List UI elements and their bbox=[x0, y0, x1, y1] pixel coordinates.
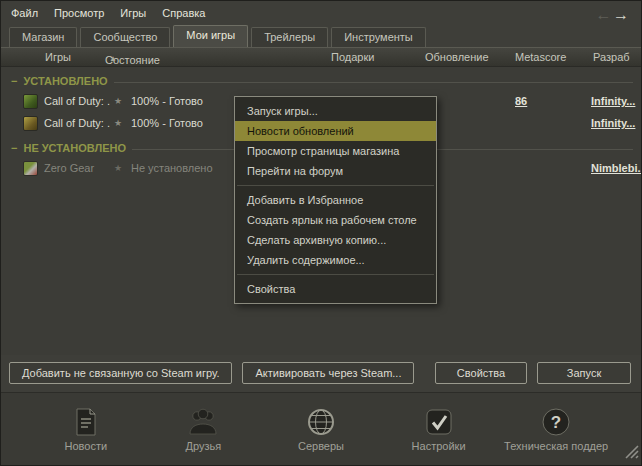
ctx-update-news[interactable]: Новости обновлений bbox=[235, 121, 436, 141]
column-metascore[interactable]: Metascore bbox=[515, 51, 566, 63]
action-buttons-row: Добавить не связанную со Steam игру. Акт… bbox=[9, 362, 631, 384]
collapse-icon[interactable]: − bbox=[11, 75, 17, 87]
bottom-toolbar: Новости Друзья bbox=[1, 392, 641, 465]
section-divider bbox=[114, 82, 633, 83]
column-games[interactable]: Игры bbox=[45, 51, 71, 63]
column-header-row: Игры Состояние ▲ Подарки Обновление Meta… bbox=[1, 47, 641, 67]
section-installed[interactable]: − УСТАНОВЛЕНО bbox=[1, 67, 641, 90]
game-status: Не установлено bbox=[131, 162, 213, 174]
dock-label: Друзья bbox=[186, 440, 222, 452]
ctx-view-store-page[interactable]: Просмотр страницы магазина bbox=[235, 141, 436, 161]
menu-file[interactable]: Файл bbox=[11, 7, 38, 25]
game-icon-cod1 bbox=[23, 94, 38, 109]
steam-client-window: Файл Просмотр Игры Справка ← → Магазин С… bbox=[0, 0, 642, 466]
achievement-star-icon: ★ bbox=[114, 118, 126, 128]
dock-label: Новости bbox=[65, 440, 108, 452]
ctx-go-to-forum[interactable]: Перейти на форум bbox=[235, 161, 436, 181]
developer-link[interactable]: Nimblebi... bbox=[591, 162, 642, 174]
game-status: 100% - Готово bbox=[131, 95, 203, 107]
resize-grip[interactable] bbox=[624, 444, 639, 463]
globe-icon bbox=[305, 406, 337, 438]
news-icon bbox=[71, 406, 101, 438]
game-name: Call of Duty: ... bbox=[44, 95, 110, 107]
back-icon[interactable]: ← bbox=[596, 6, 612, 23]
dock-settings[interactable]: Настройки bbox=[381, 406, 497, 452]
menubar: Файл Просмотр Игры Справка bbox=[1, 1, 641, 25]
game-icon-cod2 bbox=[23, 116, 38, 131]
forward-icon[interactable]: → bbox=[613, 6, 629, 23]
developer-link[interactable]: Infinity... bbox=[591, 95, 635, 107]
collapse-icon[interactable]: − bbox=[11, 142, 17, 154]
column-update[interactable]: Обновление bbox=[425, 51, 489, 63]
ctx-delete-content[interactable]: Удалить содержимое... bbox=[235, 250, 436, 270]
menu-help[interactable]: Справка bbox=[162, 7, 205, 25]
tab-my-games[interactable]: Мои игры bbox=[173, 25, 248, 47]
nav-arrows: ← → bbox=[596, 6, 629, 24]
section-title: УСТАНОВЛЕНО bbox=[23, 75, 107, 87]
game-status: 100% - Готово bbox=[131, 117, 203, 129]
ctx-backup[interactable]: Сделать архивную копию... bbox=[235, 230, 436, 250]
sort-asc-icon: ▲ bbox=[109, 54, 117, 63]
ctx-create-desktop-shortcut[interactable]: Создать ярлык на рабочем столе bbox=[235, 210, 436, 230]
column-gifts[interactable]: Подарки bbox=[331, 51, 374, 63]
tab-tools[interactable]: Инструменты bbox=[331, 27, 426, 47]
properties-button[interactable]: Свойства bbox=[435, 362, 527, 384]
game-name: Call of Duty: ... bbox=[44, 117, 110, 129]
context-menu: Запуск игры... Новости обновлений Просмо… bbox=[234, 96, 437, 304]
achievement-star-icon: ★ bbox=[114, 163, 126, 173]
dock-label: Настройки bbox=[412, 440, 466, 452]
dock-label: Серверы bbox=[298, 440, 344, 452]
ctx-add-to-favorites[interactable]: Добавить в Избранное bbox=[235, 190, 436, 210]
section-title: НЕ УСТАНОВЛЕНО bbox=[23, 142, 126, 154]
activate-via-steam-button[interactable]: Активировать через Steam... bbox=[242, 362, 414, 384]
metascore-link[interactable]: 86 bbox=[515, 95, 527, 107]
dock-support[interactable]: ? Техническая поддер bbox=[498, 406, 614, 452]
friends-icon bbox=[187, 406, 219, 438]
dock-friends[interactable]: Друзья bbox=[145, 406, 261, 452]
column-developer[interactable]: Разраб bbox=[593, 51, 630, 63]
settings-check-icon bbox=[423, 406, 455, 438]
tab-trailers[interactable]: Трейлеры bbox=[251, 27, 328, 47]
menu-games[interactable]: Игры bbox=[120, 7, 146, 25]
dock-news[interactable]: Новости bbox=[28, 406, 144, 452]
game-name: Zero Gear bbox=[44, 162, 110, 174]
svg-text:?: ? bbox=[551, 413, 561, 432]
question-icon: ? bbox=[540, 406, 572, 438]
game-icon-zerogear bbox=[23, 161, 38, 176]
achievement-star-icon: ★ bbox=[114, 96, 126, 106]
tab-community[interactable]: Сообщество bbox=[80, 27, 170, 47]
menu-separator bbox=[237, 185, 434, 186]
main-tabs: Магазин Сообщество Мои игры Трейлеры Инс… bbox=[1, 25, 641, 47]
dock-servers[interactable]: Серверы bbox=[263, 406, 379, 452]
launch-button[interactable]: Запуск bbox=[537, 362, 631, 384]
menu-separator bbox=[237, 274, 434, 275]
add-non-steam-game-button[interactable]: Добавить не связанную со Steam игру. bbox=[9, 362, 232, 384]
dock-label: Техническая поддер bbox=[504, 440, 608, 452]
tab-store[interactable]: Магазин bbox=[9, 27, 77, 47]
ctx-launch-game[interactable]: Запуск игры... bbox=[235, 101, 436, 121]
menu-view[interactable]: Просмотр bbox=[54, 7, 104, 25]
ctx-properties[interactable]: Свойства bbox=[235, 279, 436, 299]
developer-link[interactable]: Infinity... bbox=[591, 117, 635, 129]
